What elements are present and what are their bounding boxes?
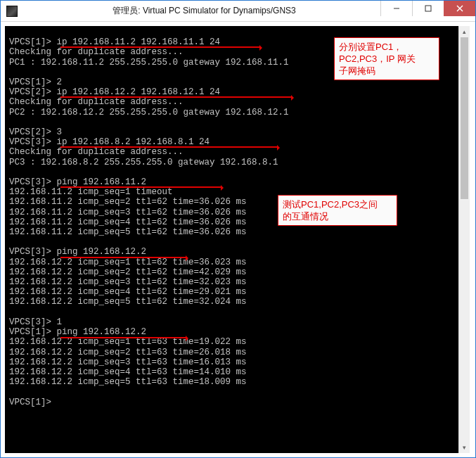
annotation-ping: 测试PC1,PC2,PC3之间 的互通情况: [278, 195, 397, 226]
terminal-line: 192.168.12.2 icmp_seq=5 ttl=63 time=18.0…: [9, 377, 454, 387]
window-controls: [380, 1, 475, 16]
close-button[interactable]: [444, 1, 475, 16]
terminal-line: 192.168.11.2 icmp_seq=5 ttl=62 time=36.0…: [9, 227, 454, 237]
terminal-line: VPCS[1]> ping 192.168.12.2: [9, 327, 454, 337]
terminal-line: 192.168.12.2 icmp_seq=3 ttl=62 time=32.0…: [9, 277, 454, 287]
terminal-line: [9, 387, 454, 397]
arrow-line: [60, 146, 278, 148]
terminal-line: 192.168.12.2 icmp_seq=2 ttl=62 time=42.0…: [9, 267, 454, 277]
arrow-line: [60, 337, 187, 338]
chevron-up-icon: ▴: [463, 28, 466, 35]
annotation-setup: 分别设置PC1， PC2,PC3，IP 网关 子网掩码: [334, 37, 439, 80]
scroll-up-button[interactable]: ▴: [459, 26, 470, 37]
terminal-line: VPCS[3]> ping 192.168.12.2: [9, 247, 454, 257]
terminal-line: [9, 117, 454, 127]
terminal-line: 192.168.12.2 icmp_seq=2 ttl=63 time=26.0…: [9, 348, 454, 357]
window-titlebar: 管理员: Virtual PC Simulator for Dynamips/G…: [1, 1, 475, 22]
terminal-output[interactable]: VPCS[1]> ip 192.168.11.2 192.168.11.1 24…: [5, 26, 458, 453]
terminal-line: VPCS[2]> 3: [9, 127, 454, 137]
arrow-line: [60, 186, 222, 188]
svg-rect-1: [425, 6, 431, 11]
terminal-line: PC2 : 192.168.12.2 255.255.255.0 gateway…: [9, 108, 454, 117]
terminal-line: 192.168.12.2 icmp_seq=1 ttl=62 time=36.0…: [9, 257, 454, 267]
terminal-line: VPCS[1]>: [9, 397, 454, 407]
terminal-scrollbar[interactable]: ▴ ▾: [458, 26, 470, 453]
maximize-button[interactable]: [412, 1, 444, 16]
terminal-line: Checking for duplicate address...: [9, 97, 454, 107]
scrollbar-thumb[interactable]: [461, 37, 468, 199]
terminal-container: VPCS[1]> ip 192.168.11.2 192.168.11.1 24…: [5, 26, 470, 453]
arrow-line: [60, 96, 292, 98]
arrow-line: [60, 257, 187, 258]
terminal-line: Checking for duplicate address...: [9, 147, 454, 157]
terminal-line: [9, 27, 454, 37]
window-title: 管理员: Virtual PC Simulator for Dynamips/G…: [18, 5, 391, 17]
window-body: VPCS[1]> ip 192.168.11.2 192.168.11.1 24…: [1, 22, 475, 457]
terminal-line: 192.168.12.2 icmp_seq=4 ttl=62 time=29.0…: [9, 287, 454, 297]
scroll-down-button[interactable]: ▾: [459, 442, 470, 453]
maximize-icon: [425, 5, 432, 12]
scrollbar-track[interactable]: [459, 37, 470, 442]
terminal-line: VPCS[3]> 1: [9, 317, 454, 327]
close-icon: [456, 5, 463, 12]
terminal-line: 192.168.12.2 icmp_seq=1 ttl=63 time=19.0…: [9, 337, 454, 347]
terminal-line: [9, 167, 454, 177]
minimize-button[interactable]: [380, 1, 412, 16]
terminal-line: 192.168.12.2 icmp_seq=5 ttl=62 time=32.0…: [9, 297, 454, 307]
terminal-line: 192.168.12.2 icmp_seq=4 ttl=63 time=14.0…: [9, 367, 454, 377]
chevron-down-icon: ▾: [463, 444, 466, 451]
terminal-line: 192.168.12.2 icmp_seq=3 ttl=63 time=16.0…: [9, 357, 454, 367]
terminal-line: PC3 : 192.168.8.2 255.255.255.0 gateway …: [9, 158, 454, 167]
app-icon: [6, 6, 18, 17]
terminal-line: [9, 237, 454, 247]
minimize-icon: [393, 5, 400, 12]
arrow-line: [60, 46, 261, 48]
terminal-line: [9, 307, 454, 317]
